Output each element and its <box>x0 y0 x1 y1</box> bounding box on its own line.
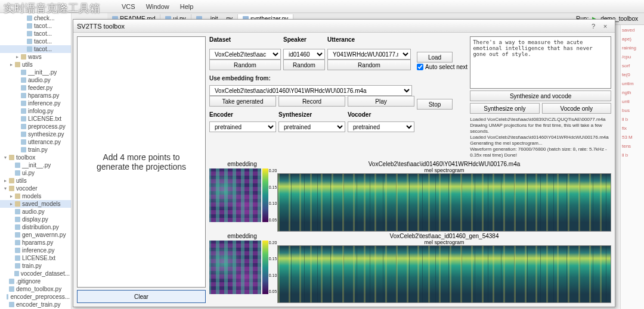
tree-item[interactable]: inference.py <box>0 99 71 107</box>
tree-item[interactable]: vocoder_dataset... <box>0 270 71 277</box>
file-icon <box>21 77 26 83</box>
record-button[interactable]: Record <box>278 96 345 107</box>
tree-item[interactable]: __init__.py <box>0 68 71 76</box>
file-icon <box>7 294 8 299</box>
file-icon <box>27 39 32 44</box>
tree-item[interactable]: tacot... <box>0 30 71 38</box>
auto-select-input[interactable] <box>417 64 423 70</box>
file-icon <box>15 209 20 214</box>
tree-item[interactable]: demo_toolbox.py <box>0 285 71 293</box>
tree-item[interactable]: hparams.py <box>0 239 71 246</box>
tree-item[interactable]: display.py <box>0 216 71 223</box>
help-icon[interactable]: ? <box>587 23 599 30</box>
tree-item[interactable]: ▾toolbox <box>0 154 71 161</box>
synthesizer-header: Synthesizer <box>278 111 345 118</box>
file-icon <box>9 302 14 307</box>
embedding-select[interactable]: VoxCeleb2\test\aac\id01460\Y041WRHdcWU\0… <box>209 85 412 96</box>
tree-item[interactable]: preprocess.py <box>0 123 71 130</box>
tree-item[interactable]: ▾vocoder <box>0 185 71 192</box>
colorbar-1 <box>262 168 268 222</box>
stop-button[interactable]: Stop <box>417 99 453 110</box>
synthesize-and-vocode-button[interactable]: Synthesize and vocode <box>470 90 611 101</box>
play-button[interactable]: Play <box>348 96 414 107</box>
file-icon <box>15 217 20 222</box>
tree-item[interactable]: ▸models <box>0 192 71 200</box>
file-icon <box>21 101 26 106</box>
dataset-random-button[interactable]: Random <box>209 60 281 70</box>
tree-item[interactable]: infolog.py <box>0 107 71 115</box>
tree-item[interactable]: LICENSE.txt <box>0 254 71 262</box>
gutter-fragment: ngth <box>622 90 643 95</box>
folder-icon <box>15 62 20 67</box>
tree-item[interactable]: ▸saved_models <box>0 200 71 208</box>
clear-button[interactable]: Clear <box>77 290 206 303</box>
speaker-select[interactable]: id01460 <box>283 49 325 60</box>
spectrogram-title-2: VoxCeleb2\test\aac_id01460_gen_54384 <box>277 233 611 239</box>
encoder-select[interactable]: pretrained <box>209 121 276 132</box>
tree-item[interactable]: .gitignore <box>0 277 71 285</box>
synthesizer-select[interactable]: pretrained <box>278 121 345 132</box>
load-button[interactable]: Load <box>417 52 453 63</box>
project-tree[interactable]: check...tacot...tacot...tacot...tacot...… <box>0 13 72 309</box>
tree-item[interactable]: ▸wavs <box>0 53 71 61</box>
tree-item[interactable]: inference.py <box>0 246 71 254</box>
file-icon <box>21 93 26 98</box>
gutter-fragment: unti <box>622 99 643 104</box>
tree-item[interactable]: train.py <box>0 146 71 154</box>
tree-item[interactable]: ui.py <box>0 169 71 177</box>
tree-item[interactable]: LICENSE.txt <box>0 115 71 123</box>
file-icon <box>9 279 14 284</box>
utterance-random-button[interactable]: Random <box>327 60 411 70</box>
vocode-only-button[interactable]: Vocode only <box>542 103 611 114</box>
dialog-titlebar[interactable]: SV2TTS toolbox ? × <box>73 20 615 33</box>
tree-item[interactable]: tacot... <box>0 22 71 30</box>
utterance-select[interactable]: Y041WRHdcWU\00177.m4a <box>327 49 411 60</box>
folder-icon <box>9 186 14 191</box>
encoder-header: Encoder <box>209 111 276 118</box>
gutter-fragment: sorf <box>622 63 643 68</box>
tree-item[interactable]: hparams.py <box>0 92 71 99</box>
text-input[interactable] <box>470 36 611 89</box>
tree-item[interactable]: utterance.py <box>0 138 71 146</box>
video-overlay-title: 实时语音克隆工具箱 <box>0 0 104 17</box>
tree-item[interactable]: ▸utils <box>0 177 71 185</box>
gutter-fragment: untim <box>622 81 643 86</box>
tree-item[interactable]: audio.py <box>0 208 71 216</box>
tree-item[interactable]: gen_wavernn.py <box>0 231 71 239</box>
dataset-select[interactable]: VoxCeleb2\test\aac <box>209 49 281 60</box>
tree-item[interactable]: feeder.py <box>0 84 71 92</box>
mel-spectrogram-1 <box>277 173 611 232</box>
menu-help[interactable]: Help <box>178 2 196 11</box>
tree-item[interactable]: tacot... <box>0 45 71 53</box>
folder-icon <box>15 201 20 207</box>
close-icon[interactable]: × <box>599 23 611 30</box>
tree-item[interactable]: encoder_preprocess... <box>0 293 71 301</box>
tree-item[interactable]: tacot... <box>0 38 71 45</box>
projection-message: Add 4 more points to generate the projec… <box>89 152 193 171</box>
speaker-random-button[interactable]: Random <box>283 60 325 70</box>
tree-item[interactable]: encoder_train.py <box>0 301 71 308</box>
file-icon <box>21 70 26 75</box>
file-icon <box>15 170 20 176</box>
synthesize-only-button[interactable]: Synthesize only <box>470 103 539 114</box>
auto-select-checkbox[interactable]: Auto select next <box>417 64 467 70</box>
tree-item[interactable]: distribution.py <box>0 223 71 231</box>
dialog-title: SV2TTS toolbox <box>77 23 587 30</box>
take-generated-button[interactable]: Take generated <box>209 96 276 107</box>
colorbar-ticks-1: 0.20 0.15 0.10 0.05 <box>269 168 277 222</box>
vocoder-select[interactable]: pretrained <box>348 121 414 132</box>
tree-item[interactable]: audio.py <box>0 76 71 84</box>
folder-icon <box>9 178 14 183</box>
status-line: Loaded VoxCeleb2\test\aac\id01460\Y041WR… <box>470 135 611 141</box>
tree-item[interactable]: ▸utils <box>0 61 71 68</box>
file-icon <box>15 255 20 261</box>
tree-item[interactable]: train.py <box>0 262 71 270</box>
tree-item[interactable]: synthesize.py <box>0 130 71 138</box>
embedding-plot-2 <box>209 241 261 294</box>
menu-vcs[interactable]: VCS <box>119 2 138 11</box>
file-icon <box>9 286 14 292</box>
tree-item[interactable]: __init__.py <box>0 161 71 169</box>
menu-window[interactable]: Window <box>144 2 172 11</box>
status-line: Loaded VoxCeleb2\test\aac\id08392\CZLQUQ… <box>470 117 611 123</box>
gutter-fragment: ape) <box>622 36 643 42</box>
